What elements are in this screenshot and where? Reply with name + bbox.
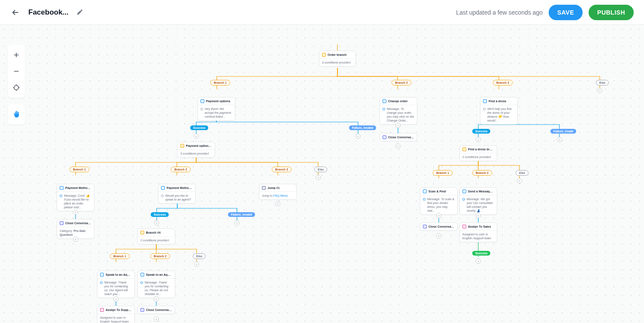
node-find-a-dress[interactable]: Find a dress We'll help you find the dre… <box>480 97 518 125</box>
add-node-button[interactable] <box>154 296 159 302</box>
chip-success[interactable]: Success <box>190 125 208 130</box>
save-button[interactable]: SAVE <box>549 5 583 20</box>
add-node-button[interactable] <box>73 237 78 242</box>
chip-branch-2[interactable]: Branch 2 <box>150 253 170 259</box>
publish-button[interactable]: PUBLISH <box>589 5 634 20</box>
node-order-branch[interactable]: Order branch 3 conditions provided <box>319 51 356 67</box>
branch-icon <box>180 144 184 148</box>
branch-icon <box>140 231 144 235</box>
add-node-button[interactable] <box>597 88 602 93</box>
message-icon <box>161 186 165 190</box>
node-close-conversation-3[interactable]: Close Conversation #3 <box>380 133 417 141</box>
plus-icon <box>12 51 20 59</box>
close-conversation-icon <box>423 225 427 229</box>
node-find-dress-branch[interactable]: Find a dress branch 2 conditions provide… <box>459 145 497 161</box>
add-node-button[interactable] <box>73 210 78 215</box>
node-speak-agent-yes[interactable]: Speak to an Agent: Yes Message: Thank yo… <box>97 271 135 298</box>
add-node-button[interactable] <box>476 137 481 142</box>
branch-icon <box>462 147 466 151</box>
add-node-button[interactable] <box>154 317 159 322</box>
node-branch-4[interactable]: Branch #4 2 conditions provided <box>137 229 175 244</box>
zoom-in-button[interactable] <box>9 48 23 62</box>
flow-edges <box>0 25 644 323</box>
chip-branch-2[interactable]: Branch 2 <box>472 170 492 176</box>
node-change-order[interactable]: Change order Message: To change your ord… <box>380 97 417 125</box>
node-jump-1[interactable]: Jump #1 Jump to FAQ Menu <box>259 184 297 200</box>
pan-button[interactable] <box>9 107 23 121</box>
arrow-left-icon <box>11 8 20 17</box>
add-node-button[interactable] <box>395 123 401 128</box>
add-node-button[interactable] <box>557 137 562 142</box>
svg-point-0 <box>14 85 19 90</box>
add-node-button[interactable] <box>436 213 441 218</box>
chip-branch-1[interactable]: Branch 1 <box>110 253 130 259</box>
chip-else[interactable]: Else <box>516 170 529 176</box>
chip-branch-2[interactable]: Branch 2 <box>171 167 191 172</box>
flow-canvas[interactable]: Order branch 3 conditions provided Branc… <box>0 25 644 323</box>
chip-else[interactable]: Else <box>314 167 327 172</box>
chip-branch-3[interactable]: Branch 3 <box>272 167 292 172</box>
add-node-button[interactable] <box>113 296 118 302</box>
pencil-icon <box>76 9 83 15</box>
message-icon <box>483 99 487 103</box>
chip-failure-invalid[interactable]: Failure, Invalid <box>228 212 255 217</box>
message-icon <box>60 186 64 190</box>
zoom-out-button[interactable] <box>9 64 23 78</box>
chip-failure-invalid[interactable]: Failure, Invalid <box>349 125 376 130</box>
back-button[interactable] <box>10 7 21 18</box>
add-node-button[interactable] <box>436 233 441 238</box>
add-node-button[interactable] <box>395 143 401 149</box>
chip-success-green[interactable]: Success <box>472 251 490 256</box>
message-icon <box>462 189 466 193</box>
node-speak-agent-no[interactable]: Speak to an Agent: No Message: Thank you… <box>137 271 175 298</box>
add-node-button[interactable] <box>476 213 481 218</box>
chip-branch-1[interactable]: Branch 1 <box>70 167 89 172</box>
chip-success[interactable]: Success <box>151 212 169 217</box>
center-button[interactable] <box>9 81 23 94</box>
chip-branch-2[interactable]: Branch 2 <box>392 80 411 85</box>
add-node-button[interactable] <box>154 220 159 225</box>
chip-success[interactable]: Success <box>472 129 490 134</box>
page-title: Facebook... <box>28 8 69 17</box>
app-header: Facebook... Last updated a few seconds a… <box>0 0 644 25</box>
add-node-button[interactable] <box>275 201 280 206</box>
assign-icon <box>100 308 104 312</box>
node-close-conversation-4[interactable]: Close Conversation #4 <box>420 222 458 231</box>
add-node-button[interactable] <box>517 178 522 183</box>
chip-else[interactable]: Else <box>193 253 206 259</box>
add-node-button[interactable] <box>476 259 481 264</box>
message-icon <box>383 99 386 103</box>
node-assign-to-support[interactable]: Assign To Support Assigned to user in En… <box>97 306 135 323</box>
jump-icon <box>262 186 266 190</box>
canvas-toolbar <box>8 45 25 125</box>
node-scan-find[interactable]: Scan & Find Message: To scan & find your… <box>420 187 458 215</box>
message-icon <box>140 273 144 277</box>
branch-icon <box>322 53 326 57</box>
message-icon <box>200 99 204 103</box>
node-payment-method-no[interactable]: Payment Method: No Would you like to spe… <box>158 184 196 204</box>
close-conversation-icon <box>383 135 386 139</box>
node-close-conversation-2[interactable]: Close Conversation #2 <box>137 306 175 314</box>
chip-else-1[interactable]: Else <box>596 80 609 85</box>
node-close-conversation-1[interactable]: Close Conversation #1 Category: Pre-Sale… <box>57 219 94 239</box>
add-node-button[interactable] <box>234 220 240 225</box>
add-node-button[interactable] <box>194 262 199 267</box>
add-node-button[interactable] <box>355 134 361 139</box>
assign-icon <box>462 225 466 229</box>
chip-branch-1[interactable]: Branch 1 <box>433 170 453 176</box>
chip-failure-unable[interactable]: Failure, Unabl <box>550 129 576 134</box>
chip-branch-3[interactable]: Branch 3 <box>493 80 513 85</box>
close-conversation-icon <box>140 308 144 312</box>
node-payment-option-branch[interactable]: Payment option branch 3 conditions provi… <box>177 142 215 158</box>
chip-branch-1[interactable]: Branch 1 <box>210 80 230 85</box>
close-conversation-icon <box>60 221 64 225</box>
add-node-button[interactable] <box>194 134 199 139</box>
node-assign-to-sales[interactable]: Assign To Sales Assigned to user in Engl… <box>459 222 497 242</box>
hand-icon <box>12 110 20 118</box>
add-node-button[interactable] <box>316 175 321 180</box>
minus-icon <box>12 67 20 75</box>
node-payment-options[interactable]: Payment options Hey there! We accept the… <box>197 97 235 121</box>
node-send-message-7[interactable]: Send a Message #7 Message: We got you! O… <box>459 187 497 215</box>
node-payment-method-yes[interactable]: Payment Method: Yes Message: Cool! 👍 If … <box>57 184 94 211</box>
edit-title-button[interactable] <box>76 9 84 16</box>
